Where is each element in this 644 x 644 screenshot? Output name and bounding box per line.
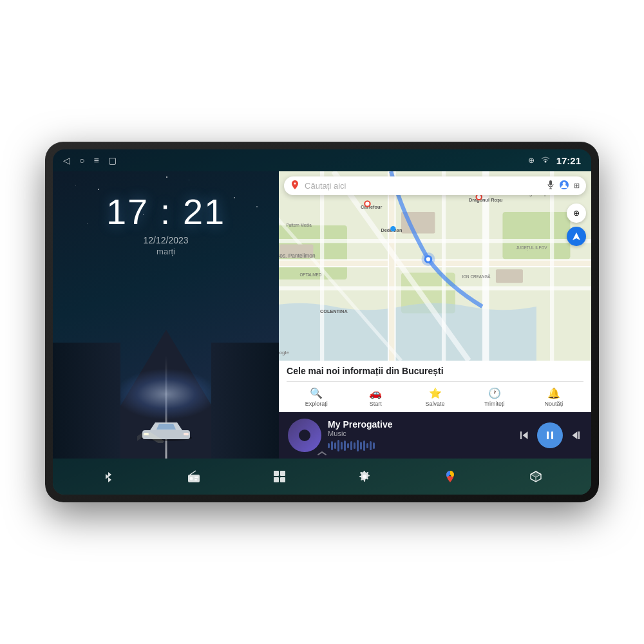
prev-button[interactable] <box>518 429 531 442</box>
tab-start[interactable]: 🚗 Start <box>346 387 405 407</box>
svg-rect-45 <box>551 431 553 439</box>
dock-maps[interactable] <box>436 462 464 491</box>
status-bar-right: ⊕ 17:21 <box>528 155 581 166</box>
svg-rect-52 <box>274 477 279 482</box>
back-button[interactable]: ◁ <box>63 155 70 166</box>
car-body <box>137 411 195 446</box>
music-subtitle: Music <box>328 430 511 437</box>
left-panel: 17 : 21 12/12/2023 marți <box>53 171 279 459</box>
svg-text:Google: Google <box>279 350 289 355</box>
car-scene <box>53 330 279 459</box>
play-pause-button[interactable] <box>537 422 563 448</box>
svg-rect-50 <box>274 471 279 476</box>
album-center <box>299 430 310 441</box>
status-bar: ◁ ○ ≡ ▢ ⊕ 17:21 <box>53 149 591 171</box>
svg-rect-2 <box>144 433 149 435</box>
svg-rect-20 <box>496 269 523 283</box>
dock-radio[interactable] <box>180 462 208 491</box>
tab-saved[interactable]: ⭐ Salvate <box>405 387 464 407</box>
music-controls <box>518 422 582 448</box>
menu-button[interactable]: ≡ <box>93 155 99 166</box>
stars-background <box>53 171 279 344</box>
map-nav-tabs: 🔍 Explorați 🚗 Start ⭐ Salvate 🕐 <box>287 381 583 407</box>
start-label: Start <box>370 401 382 407</box>
search-actions: ⊞ <box>547 180 580 191</box>
layers-button[interactable]: ⊕ <box>567 204 586 223</box>
dock-bluetooth[interactable] <box>94 462 122 491</box>
music-info: My Prerogative Music <box>328 419 511 451</box>
main-content: 17 : 21 12/12/2023 marți <box>53 171 591 459</box>
share-icon: 🕐 <box>488 387 501 399</box>
svg-text:ION CREANGĂ: ION CREANGĂ <box>462 274 491 279</box>
wifi-icon <box>541 156 550 165</box>
svg-point-47 <box>189 477 193 480</box>
news-icon: 🔔 <box>547 387 560 399</box>
svg-text:Dragonul Roșu: Dragonul Roșu <box>469 197 503 203</box>
svg-point-43 <box>563 182 566 185</box>
tab-explore[interactable]: 🔍 Explorați <box>287 387 346 407</box>
device-screen: ◁ ○ ≡ ▢ ⊕ 17:21 <box>53 149 591 495</box>
recent-button[interactable]: ▢ <box>108 155 117 166</box>
dock-apps[interactable] <box>265 462 294 491</box>
tab-news[interactable]: 🔔 Noutăți <box>524 387 583 407</box>
svg-text:Sos. Pantelimon: Sos. Pantelimon <box>279 252 316 259</box>
dock-car-assistant[interactable] <box>522 462 550 491</box>
map-svg: Sos. Pantelimon Carrefour Dragonul Roșu … <box>279 171 591 361</box>
music-title: My Prerogative <box>328 419 511 430</box>
svg-rect-41 <box>549 180 552 185</box>
microphone-icon[interactable] <box>547 180 554 191</box>
news-label: Noutăți <box>545 401 564 407</box>
svg-point-30 <box>477 195 481 199</box>
svg-marker-56 <box>531 471 541 477</box>
svg-rect-51 <box>280 471 285 476</box>
map-container[interactable]: Sos. Pantelimon Carrefour Dragonul Roșu … <box>279 171 591 361</box>
map-info-strip: Cele mai noi informații din București 🔍 … <box>279 361 591 412</box>
navigate-button[interactable] <box>567 227 586 246</box>
svg-rect-44 <box>547 431 549 439</box>
start-icon: 🚗 <box>369 387 382 399</box>
share-label: Trimiteți <box>484 401 505 407</box>
svg-text:COLENTINA: COLENTINA <box>320 309 348 315</box>
svg-rect-11 <box>389 171 394 361</box>
svg-point-33 <box>390 226 395 231</box>
bottom-dock <box>53 459 591 495</box>
device: ◁ ○ ≡ ▢ ⊕ 17:21 <box>45 142 599 502</box>
explore-icon: 🔍 <box>310 387 323 399</box>
map-controls: ⊕ <box>567 204 586 246</box>
status-time: 17:21 <box>556 155 581 166</box>
grid-icon[interactable]: ⊞ <box>574 182 580 190</box>
svg-point-24 <box>426 257 430 261</box>
svg-rect-48 <box>194 477 198 478</box>
svg-rect-14 <box>279 287 591 290</box>
svg-text:Pattern Media: Pattern Media <box>287 223 312 227</box>
explore-label: Explorați <box>305 401 328 407</box>
swipe-handle[interactable] <box>317 447 327 459</box>
home-button[interactable]: ○ <box>79 155 84 166</box>
svg-text:Carrefour: Carrefour <box>361 204 383 210</box>
svg-rect-3 <box>184 433 189 435</box>
status-bar-left: ◁ ○ ≡ ▢ <box>63 155 117 166</box>
location-icon: ⊕ <box>528 156 535 165</box>
map-search-bar[interactable]: Căutați aici <box>284 176 586 195</box>
svg-text:JUDEȚUL ILFOV: JUDEȚUL ILFOV <box>516 245 548 251</box>
svg-point-27 <box>365 202 369 205</box>
next-button[interactable] <box>569 429 582 442</box>
tab-share[interactable]: 🕐 Trimiteți <box>465 387 524 407</box>
svg-rect-13 <box>279 239 591 243</box>
saved-icon: ⭐ <box>429 387 442 399</box>
search-placeholder: Căutați aici <box>305 181 542 191</box>
svg-rect-17 <box>550 171 554 361</box>
svg-rect-7 <box>503 212 571 260</box>
dock-settings[interactable] <box>350 462 379 491</box>
saved-label: Salvate <box>426 401 445 407</box>
right-panel: Sos. Pantelimon Carrefour Dragonul Roșu … <box>279 171 591 459</box>
account-icon[interactable] <box>560 180 569 191</box>
map-info-title: Cele mai noi informații din București <box>287 366 583 376</box>
google-maps-logo-icon <box>290 180 299 191</box>
svg-text:OFTALMED: OFTALMED <box>300 272 322 277</box>
svg-rect-49 <box>194 479 197 480</box>
svg-rect-53 <box>280 477 285 482</box>
music-waveform <box>328 440 511 451</box>
